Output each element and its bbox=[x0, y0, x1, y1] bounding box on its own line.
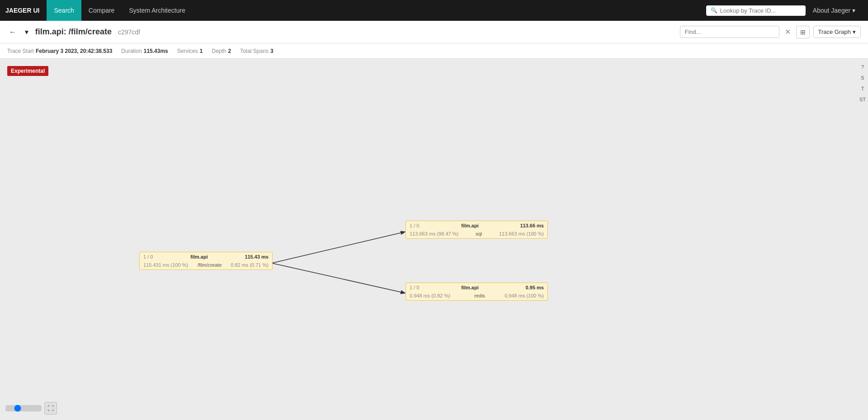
about-menu[interactable]: About Jaeger ▾ bbox=[806, 7, 863, 14]
trace-graph-button[interactable]: Trace Graph ▾ bbox=[813, 26, 861, 38]
child1-operation: sql bbox=[476, 231, 482, 236]
root-duration: 115.43 ms bbox=[241, 254, 269, 260]
duration-value: 115.43ms bbox=[144, 48, 168, 54]
root-service: film.api bbox=[190, 254, 208, 260]
t-button[interactable]: T bbox=[858, 84, 867, 93]
trace-start-value: February 3 2023, 20:42:38.533 bbox=[36, 48, 112, 54]
trace-graph-dropdown-icon: ▾ bbox=[853, 28, 856, 35]
child1-counter: 1 / 0 bbox=[410, 223, 423, 228]
trace-id: c297cdf bbox=[118, 28, 140, 36]
total-spans-label: Total Spans bbox=[240, 48, 269, 54]
child1-pct: 113.663 ms (100 %) bbox=[499, 231, 544, 236]
layout-button[interactable]: ⊞ bbox=[796, 26, 810, 38]
side-panel: ? S T ST bbox=[857, 59, 868, 104]
svg-line-1 bbox=[272, 263, 405, 293]
experimental-badge: Experimental bbox=[7, 66, 48, 76]
child1-duration-ms: 113.663 ms (98.47 %) bbox=[410, 231, 458, 236]
nav-system-architecture[interactable]: System Architecture bbox=[122, 0, 193, 21]
child2-operation: redis bbox=[474, 293, 485, 298]
nav-search[interactable]: Search bbox=[47, 0, 81, 21]
trace-start-label: Trace Start bbox=[7, 48, 34, 54]
back-button[interactable]: ← bbox=[7, 26, 18, 38]
child2-node[interactable]: 1 / 0 film.api 0.95 ms 0.948 ms (0.82 %)… bbox=[406, 283, 548, 301]
graph-area: Experimental 1 / 0 film.api 115.43 ms 11… bbox=[0, 59, 868, 420]
brand-label: JAEGER UI bbox=[5, 7, 39, 14]
search-icon: 🔍 bbox=[711, 7, 717, 14]
chevron-down-button[interactable]: ▼ bbox=[22, 27, 32, 38]
st-button[interactable]: ST bbox=[858, 95, 867, 104]
find-close-button[interactable]: ✕ bbox=[783, 26, 793, 38]
child1-node[interactable]: 1 / 0 film.api 113.66 ms 113.663 ms (98.… bbox=[406, 221, 548, 239]
fullscreen-icon: ⛶ bbox=[47, 405, 54, 412]
depth-label: Depth bbox=[212, 48, 226, 54]
trace-title: film.api: /film/create bbox=[35, 27, 112, 37]
duration-label: Duration bbox=[121, 48, 142, 54]
child2-counter: 1 / 0 bbox=[410, 285, 423, 290]
trace-id-search-input[interactable] bbox=[720, 7, 801, 14]
child1-duration: 113.66 ms bbox=[517, 223, 544, 228]
root-counter: 1 / 0 bbox=[143, 254, 157, 260]
header-bar: ← ▼ film.api: /film/create c297cdf ✕ ⊞ T… bbox=[0, 21, 868, 43]
child2-duration-ms: 0.948 ms (0.82 %) bbox=[410, 293, 455, 298]
s-button[interactable]: S bbox=[858, 73, 867, 82]
services-value: 1 bbox=[200, 48, 203, 54]
root-pct: 0.82 ms (0.71 %) bbox=[231, 262, 269, 268]
graph-svg bbox=[0, 59, 868, 420]
svg-line-0 bbox=[272, 232, 405, 263]
total-spans-value: 3 bbox=[270, 48, 274, 54]
child2-service: film.api bbox=[461, 285, 479, 290]
help-button[interactable]: ? bbox=[858, 62, 867, 71]
root-node[interactable]: 1 / 0 film.api 115.43 ms 115.431 ms (100… bbox=[139, 252, 273, 270]
depth-value: 2 bbox=[228, 48, 231, 54]
child2-pct: 0.948 ms (100 %) bbox=[505, 293, 544, 298]
trace-id-search-box: 🔍 bbox=[706, 5, 806, 16]
find-input[interactable] bbox=[680, 26, 779, 38]
root-duration-ms: 115.431 ms (100 %) bbox=[143, 262, 189, 268]
child1-service: film.api bbox=[461, 223, 479, 228]
bottom-controls: ⛶ bbox=[5, 402, 57, 415]
services-label: Services bbox=[177, 48, 198, 54]
nav-compare[interactable]: Compare bbox=[81, 0, 122, 21]
trace-graph-label: Trace Graph bbox=[818, 28, 851, 35]
metadata-bar: Trace Start February 3 2023, 20:42:38.53… bbox=[0, 43, 868, 59]
top-nav: JAEGER UI Search Compare System Architec… bbox=[0, 0, 868, 21]
child2-duration: 0.95 ms bbox=[517, 285, 544, 290]
root-operation: /film/create bbox=[198, 262, 222, 268]
fullscreen-button[interactable]: ⛶ bbox=[44, 402, 57, 415]
zoom-slider[interactable] bbox=[5, 405, 42, 411]
